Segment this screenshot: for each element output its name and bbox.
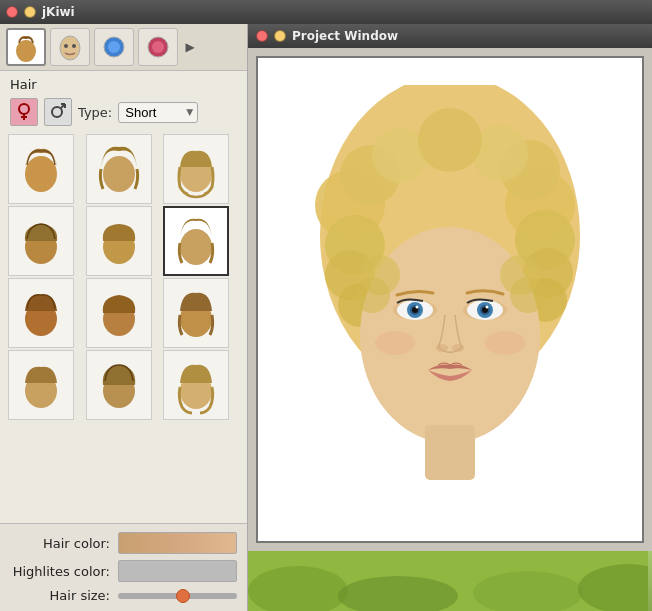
svg-point-15 <box>25 156 57 192</box>
hair-size-label: Hair size: <box>10 588 110 603</box>
portrait-frame <box>256 56 644 543</box>
svg-point-61 <box>354 277 390 313</box>
bottom-controls: Hair color: Highlites color: Hair size: <box>0 523 247 611</box>
hair-item[interactable] <box>8 350 74 420</box>
female-icon <box>15 102 33 122</box>
portrait-svg <box>290 85 610 515</box>
svg-point-7 <box>152 41 164 53</box>
hair-color-row: Hair color: <box>10 532 237 554</box>
hair-item[interactable] <box>163 278 229 348</box>
hair-section-label: Hair <box>0 71 247 94</box>
right-panel: Project Window <box>248 24 652 611</box>
hair-item-selected[interactable] <box>163 206 229 276</box>
face-tool-button[interactable] <box>50 28 90 66</box>
svg-point-62 <box>510 277 546 313</box>
type-row: Type: Short Long Medium Curly Straight <box>0 94 247 130</box>
project-close-button[interactable] <box>256 30 268 42</box>
hair-item[interactable] <box>86 278 152 348</box>
type-select[interactable]: Short Long Medium Curly Straight <box>118 102 198 123</box>
hair-grid <box>8 134 239 420</box>
svg-point-56 <box>452 344 464 352</box>
foliage-svg <box>248 551 648 611</box>
left-panel: ▶ Hair Type: <box>0 24 248 611</box>
highlights-color-swatch[interactable] <box>118 560 237 582</box>
male-gender-button[interactable] <box>44 98 72 126</box>
color-tool-icon <box>99 31 129 63</box>
svg-point-11 <box>52 107 62 117</box>
hair-size-slider-thumb[interactable] <box>176 589 190 603</box>
svg-point-55 <box>436 344 448 352</box>
hair-item[interactable] <box>86 206 152 276</box>
svg-point-5 <box>108 41 120 53</box>
hair-item[interactable] <box>163 134 229 204</box>
svg-rect-42 <box>425 425 475 480</box>
hair-grid-container[interactable] <box>0 130 247 523</box>
svg-point-1 <box>60 36 80 60</box>
male-icon <box>49 102 67 122</box>
svg-point-8 <box>19 104 29 114</box>
hair-tool-icon <box>11 31 41 63</box>
hair-color-swatch[interactable] <box>118 532 237 554</box>
svg-point-57 <box>375 331 415 355</box>
hair-item[interactable] <box>8 134 74 204</box>
close-button[interactable] <box>6 6 18 18</box>
project-content <box>248 48 652 551</box>
minimize-button[interactable] <box>24 6 36 18</box>
app-title: jKiwi <box>42 5 75 19</box>
bottom-strip <box>248 551 652 611</box>
hair-item[interactable] <box>163 350 229 420</box>
svg-point-2 <box>64 44 68 48</box>
accessory-tool-button[interactable] <box>138 28 178 66</box>
highlights-color-row: Highlites color: <box>10 560 237 582</box>
female-gender-button[interactable] <box>10 98 38 126</box>
project-minimize-button[interactable] <box>274 30 286 42</box>
project-title: Project Window <box>292 29 398 43</box>
color-tool-button[interactable] <box>94 28 134 66</box>
type-label: Type: <box>78 105 112 120</box>
toolbar: ▶ <box>0 24 247 71</box>
hair-item[interactable] <box>86 350 152 420</box>
hair-tool-button[interactable] <box>6 28 46 66</box>
highlights-color-label: Highlites color: <box>10 564 110 579</box>
app-titlebar: jKiwi <box>0 0 652 24</box>
hair-item[interactable] <box>8 278 74 348</box>
svg-point-58 <box>485 331 525 355</box>
accessory-tool-icon <box>143 31 173 63</box>
project-titlebar: Project Window <box>248 24 652 48</box>
type-select-wrapper: Short Long Medium Curly Straight <box>118 102 198 123</box>
toolbar-more-arrow[interactable]: ▶ <box>182 28 198 66</box>
svg-point-34 <box>418 108 482 172</box>
svg-point-16 <box>103 156 135 192</box>
svg-point-20 <box>180 229 212 265</box>
hair-item[interactable] <box>86 134 152 204</box>
svg-point-3 <box>72 44 76 48</box>
hair-color-label: Hair color: <box>10 536 110 551</box>
svg-point-0 <box>16 40 36 62</box>
hair-size-row: Hair size: <box>10 588 237 603</box>
face-tool-icon <box>55 31 85 63</box>
svg-point-54 <box>486 305 489 308</box>
hair-size-slider-track[interactable] <box>118 593 237 599</box>
svg-point-53 <box>416 305 419 308</box>
hair-item[interactable] <box>8 206 74 276</box>
